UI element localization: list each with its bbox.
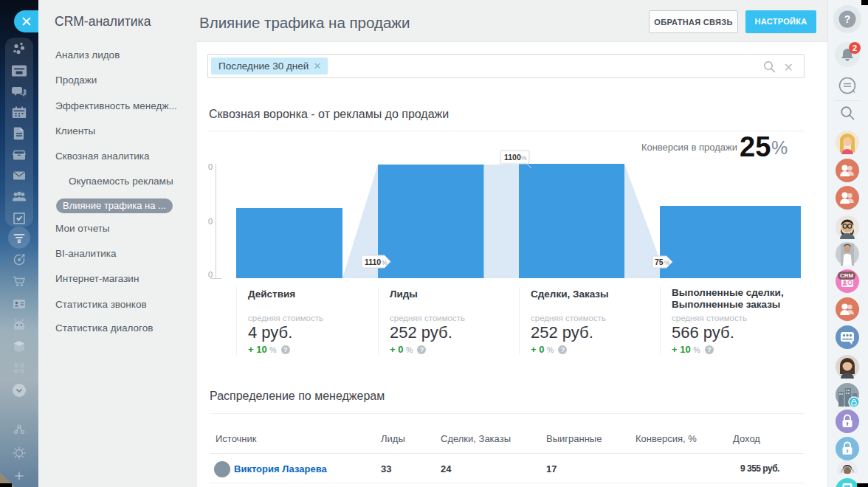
svg-text:2: 2 bbox=[852, 44, 857, 52]
svg-text:75: 75 bbox=[655, 258, 664, 266]
svg-text:%: % bbox=[382, 259, 388, 266]
svg-text:0: 0 bbox=[208, 270, 213, 279]
svg-text:0: 0 bbox=[208, 217, 213, 226]
svg-text:1110: 1110 bbox=[365, 258, 381, 266]
svg-text:CRM: CRM bbox=[840, 272, 854, 279]
svg-text:%: % bbox=[521, 154, 527, 162]
svg-text:0: 0 bbox=[208, 162, 213, 171]
svg-text:%: % bbox=[664, 259, 670, 266]
svg-text:1100: 1100 bbox=[504, 153, 521, 162]
svg-text:?: ? bbox=[844, 13, 851, 25]
